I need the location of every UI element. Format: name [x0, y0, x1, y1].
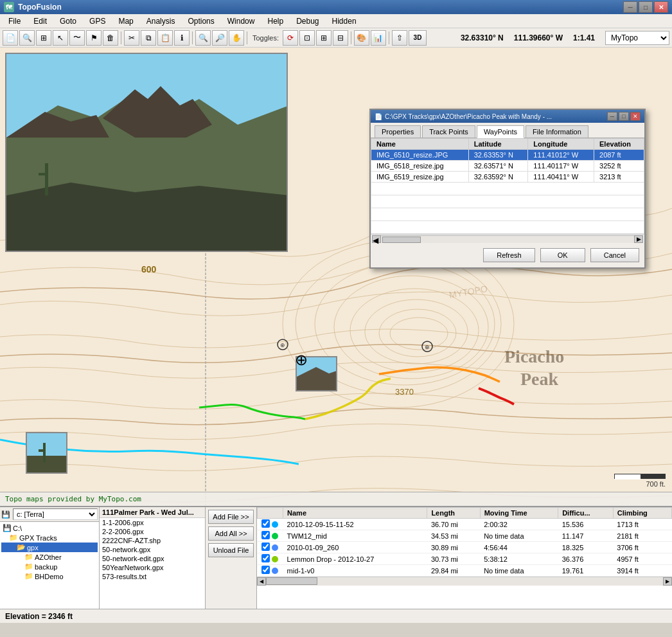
tab-properties[interactable]: Properties — [375, 125, 421, 138]
add-file-button[interactable]: Add File >> — [208, 510, 254, 524]
track-row-1[interactable]: TWM12_mid 34.53 mi No time data 11.147 2… — [258, 530, 672, 542]
upload-button[interactable]: ⇧ — [392, 30, 407, 46]
track0-checkbox[interactable] — [261, 519, 270, 528]
3d-button[interactable]: 3D — [409, 30, 427, 46]
dialog-close-button[interactable]: ✕ — [630, 112, 641, 121]
menu-bar: File Edit Goto GPS Map Analysis Options … — [0, 14, 672, 28]
track-list-scrollbar[interactable]: ◀ ▶ — [257, 577, 672, 586]
color-button[interactable]: 🎨 — [354, 30, 369, 46]
menu-hidden[interactable]: Hidden — [326, 15, 362, 28]
file-item-2[interactable]: 2222CNF-AZT.shp — [100, 536, 205, 545]
waypoint-row-2[interactable]: IMG_6519_resize.jpg 32.63592° N 111.4041… — [371, 172, 644, 183]
dialog-maximize-button[interactable]: □ — [619, 112, 629, 121]
file-item-4[interactable]: 50-network-edit.gpx — [100, 554, 205, 563]
track3-checkbox[interactable] — [261, 554, 270, 562]
scroll-thumb[interactable] — [382, 237, 421, 243]
scroll-track-right[interactable]: ▶ — [663, 577, 672, 586]
chart-button[interactable]: 📊 — [371, 30, 386, 46]
file-item-5[interactable]: 50YearNetwork.gpx — [100, 563, 205, 572]
waypoint-row-0[interactable]: IMG_6510_resize.JPG 32.63353° N 111.4101… — [371, 150, 644, 161]
track2-checkbox[interactable] — [261, 543, 270, 551]
open-button[interactable]: 🔍 — [19, 30, 35, 46]
file-item-3[interactable]: 50-network.gpx — [100, 545, 205, 554]
tab-trackpoints[interactable]: Track Points — [422, 125, 475, 138]
ok-button[interactable]: OK — [540, 248, 585, 262]
menu-gps[interactable]: GPS — [84, 15, 111, 28]
tree-item-c[interactable]: 💾 C:\ — [1, 523, 98, 533]
track-row-4[interactable]: mid-1-v0 29.84 mi No time data 19.761 39… — [258, 565, 672, 577]
select-button[interactable]: ⊞ — [36, 30, 51, 46]
tab-fileinfo[interactable]: File Information — [526, 125, 588, 138]
track4-check[interactable] — [258, 565, 283, 577]
refresh-button[interactable]: Refresh — [483, 248, 535, 262]
tab-waypoints[interactable]: WayPoints — [477, 125, 524, 138]
track-row-3[interactable]: Lemmon Drop - 2012-10-27 30.73 mi 5:38:1… — [258, 553, 672, 565]
tree-item-gpx[interactable]: 📂 gpx — [1, 543, 98, 552]
close-button[interactable]: ✕ — [654, 1, 668, 13]
arrow-button[interactable]: ↖ — [53, 30, 68, 46]
tree-item-bhdemo[interactable]: 📁 BHDemo — [1, 571, 98, 581]
file-item-6[interactable]: 573-results.txt — [100, 572, 205, 581]
zoom-in-button[interactable]: 🔍 — [195, 30, 211, 46]
sep5 — [389, 31, 389, 44]
toggle3-button[interactable]: ⊞ — [316, 30, 332, 46]
wp1-lat: 32.63571° N — [468, 161, 528, 172]
tree-item-backup[interactable]: 📁 backup — [1, 562, 98, 571]
drive-select[interactable]: c: [Terra] — [13, 508, 98, 520]
file-item-0[interactable]: 1-1-2006.gpx — [100, 518, 205, 527]
maximize-button[interactable]: □ — [639, 1, 653, 13]
cut-button[interactable]: ✂ — [124, 30, 139, 46]
copy-button[interactable]: ⧉ — [141, 30, 156, 46]
waypoint-row-1[interactable]: IMG_6518_resize.jpg 32.63571° N 111.4011… — [371, 161, 644, 172]
new-button[interactable]: 📄 — [3, 30, 18, 46]
menu-help[interactable]: Help — [261, 15, 289, 28]
tree-item-gpxtracks[interactable]: 📁 GPX Tracks — [1, 533, 98, 543]
scroll-track-h[interactable] — [266, 577, 663, 586]
cancel-button[interactable]: Cancel — [590, 248, 639, 262]
track-button[interactable]: 〜 — [69, 30, 85, 46]
col-name-header: Name — [371, 139, 469, 150]
zoom-out-button[interactable]: 🔎 — [212, 30, 227, 46]
paste-button[interactable]: 📋 — [157, 30, 173, 46]
menu-analysis[interactable]: Analysis — [141, 15, 181, 28]
track3-check[interactable] — [258, 553, 283, 565]
track0-check[interactable] — [258, 519, 283, 530]
toggle4-button[interactable]: ⊟ — [333, 30, 348, 46]
track4-checkbox[interactable] — [261, 566, 270, 574]
minimize-button[interactable]: ─ — [623, 1, 637, 13]
track1-check[interactable] — [258, 530, 283, 542]
unload-file-button[interactable]: Unload File — [208, 543, 254, 557]
delete-button[interactable]: 🗑 — [103, 30, 118, 46]
file-item-1[interactable]: 2-2-2006.gpx — [100, 527, 205, 536]
add-all-button[interactable]: Add All >> — [208, 526, 254, 541]
menu-window[interactable]: Window — [222, 15, 261, 28]
scroll-thumb-h[interactable] — [266, 577, 317, 585]
track2-check[interactable] — [258, 542, 283, 553]
track-row-2[interactable]: 2010-01-09_260 30.89 mi 4:56:44 18.325 3… — [258, 542, 672, 553]
menu-edit[interactable]: Edit — [28, 15, 53, 28]
toggle2-button[interactable]: ⊡ — [299, 30, 315, 46]
menu-file[interactable]: File — [3, 15, 26, 28]
pan-button[interactable]: ✋ — [229, 30, 244, 46]
dialog-minimize-button[interactable]: ─ — [607, 112, 617, 121]
track4-color-dot — [272, 568, 278, 574]
menu-goto[interactable]: Goto — [54, 15, 82, 28]
scroll-track-left[interactable]: ◀ — [257, 577, 266, 586]
map-type-select[interactable]: MyTopo USGS Topo Aerial — [605, 31, 669, 45]
menu-map[interactable]: Map — [112, 15, 139, 28]
track1-checkbox[interactable] — [261, 531, 270, 539]
scroll-track[interactable] — [381, 235, 634, 243]
track-row-0[interactable]: 2010-12-09-15-11-52 36.70 mi 2:00:32 15.… — [258, 519, 672, 530]
toggle1-button[interactable]: ⟳ — [283, 30, 298, 46]
dialog-scrollbar-h[interactable]: ◀ ▶ — [371, 234, 644, 243]
waypoint-button[interactable]: ⚑ — [86, 30, 102, 46]
map-area[interactable]: 600 ⊕ ⊕ Picacho Peak 3370 — [0, 48, 672, 506]
track2-movetime: 4:56:44 — [480, 542, 558, 553]
menu-debug[interactable]: Debug — [290, 15, 324, 28]
info-button[interactable]: ℹ — [174, 30, 190, 46]
col-difficulty-header: Difficu... — [558, 508, 614, 519]
scroll-right-btn[interactable]: ▶ — [634, 235, 643, 243]
menu-options[interactable]: Options — [182, 15, 220, 28]
scroll-left-btn[interactable]: ◀ — [372, 235, 381, 243]
tree-item-azother[interactable]: 📁 AZOther — [1, 552, 98, 562]
